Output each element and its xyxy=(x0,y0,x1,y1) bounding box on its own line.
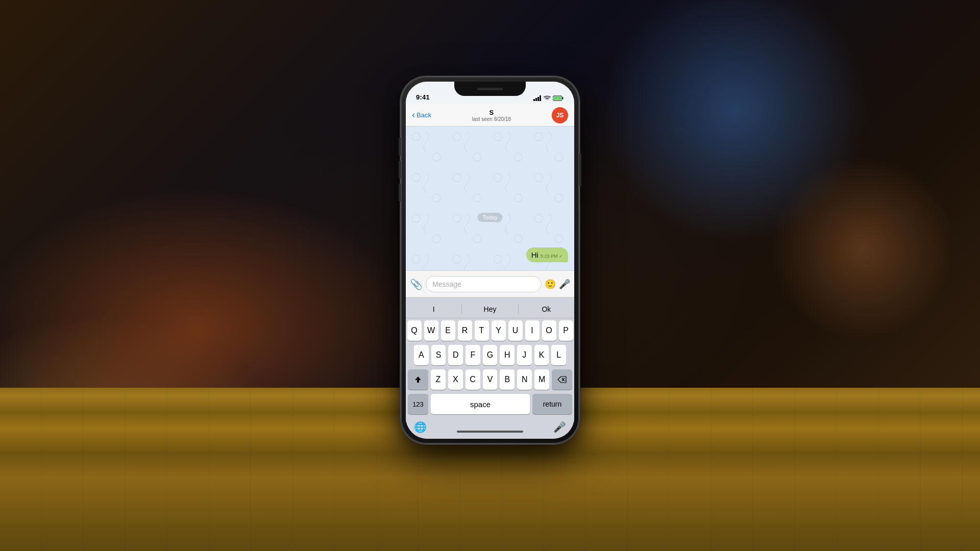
key-j[interactable]: J xyxy=(517,345,532,365)
speaker xyxy=(477,88,503,90)
attach-icon[interactable]: 📎 xyxy=(410,278,423,290)
key-p[interactable]: P xyxy=(559,320,573,341)
message-time-value: 5:23 PM xyxy=(541,254,558,259)
quicktype-i[interactable]: I xyxy=(406,303,461,315)
svg-text:⚡: ⚡ xyxy=(556,97,559,101)
mic-icon[interactable]: 🎤 xyxy=(559,279,570,290)
keyboard-row-1: Q W E R T Y U I O P xyxy=(406,320,574,341)
date-chip: Today xyxy=(477,213,502,222)
quicktype-bar: I Hey Ok xyxy=(406,300,574,318)
keyboard-row-2: A S D F G H J K L xyxy=(406,345,574,365)
home-indicator xyxy=(457,431,523,433)
key-b[interactable]: B xyxy=(500,369,514,390)
chat-area: Today Hi 5:23 PM ✓ xyxy=(406,127,574,270)
keyboard-row-3: Z X C V B N M xyxy=(406,369,574,390)
nav-bar: ‹ Back S last seen 8/20/18 JS xyxy=(406,104,574,127)
phone-screen: 9:41 xyxy=(406,82,574,439)
key-a[interactable]: A xyxy=(414,345,429,365)
keyboard-mic-icon[interactable]: 🎤 xyxy=(553,421,566,433)
key-l[interactable]: L xyxy=(551,345,566,365)
avatar[interactable]: JS xyxy=(552,107,568,123)
svg-rect-5 xyxy=(562,97,564,99)
key-return[interactable]: return xyxy=(532,394,572,414)
key-shift[interactable] xyxy=(408,369,428,390)
phone-mockup: 9:41 xyxy=(401,77,579,444)
key-f[interactable]: F xyxy=(465,345,480,365)
key-e[interactable]: E xyxy=(441,320,455,341)
key-k[interactable]: K xyxy=(534,345,549,365)
input-bar: 📎 Message 🙂 🎤 xyxy=(406,270,574,297)
message-bubble-sent: Hi 5:23 PM ✓ xyxy=(526,247,568,262)
back-chevron-icon: ‹ xyxy=(412,110,415,119)
emoji-icon[interactable]: 🙂 xyxy=(545,279,556,290)
battery-icon: ⚡ xyxy=(553,95,564,101)
last-seen: last seen 8/20/18 xyxy=(472,116,511,122)
contact-name: S xyxy=(489,109,494,116)
signal-icon xyxy=(533,95,542,101)
key-numbers[interactable]: 123 xyxy=(408,394,428,414)
svg-rect-0 xyxy=(533,99,535,101)
message-input[interactable]: Message xyxy=(426,276,542,292)
quicktype-ok[interactable]: Ok xyxy=(519,303,574,315)
status-icons: ⚡ xyxy=(533,95,564,101)
message-status: ✓ xyxy=(559,254,563,259)
keyboard-bottom-bar: 🌐 🎤 xyxy=(406,417,574,437)
key-v[interactable]: V xyxy=(483,369,498,390)
notch xyxy=(454,82,526,96)
keyboard: I Hey Ok Q W E R T Y U I O P xyxy=(406,297,574,439)
key-x[interactable]: X xyxy=(448,369,463,390)
key-y[interactable]: Y xyxy=(492,320,506,341)
backspace-icon xyxy=(557,376,567,383)
message-time: 5:23 PM ✓ xyxy=(541,254,563,259)
key-m[interactable]: M xyxy=(534,369,549,390)
svg-rect-1 xyxy=(535,98,537,101)
iphone-frame: 9:41 xyxy=(401,77,579,444)
contact-info: S last seen 8/20/18 xyxy=(472,109,511,122)
key-w[interactable]: W xyxy=(424,320,438,341)
svg-rect-2 xyxy=(537,97,539,101)
key-r[interactable]: R xyxy=(458,320,472,341)
key-n[interactable]: N xyxy=(517,369,532,390)
shift-icon xyxy=(414,375,422,384)
message-placeholder: Message xyxy=(432,280,461,288)
key-g[interactable]: G xyxy=(483,345,498,365)
key-backspace[interactable] xyxy=(552,369,572,390)
key-q[interactable]: Q xyxy=(407,320,422,341)
status-time: 9:41 xyxy=(416,93,430,101)
key-z[interactable]: Z xyxy=(431,369,446,390)
key-h[interactable]: H xyxy=(500,345,514,365)
svg-rect-3 xyxy=(540,95,541,101)
globe-icon[interactable]: 🌐 xyxy=(414,421,427,433)
message-text: Hi xyxy=(531,251,538,259)
key-t[interactable]: T xyxy=(475,320,489,341)
key-d[interactable]: D xyxy=(448,345,463,365)
wifi-icon xyxy=(544,95,551,101)
key-space[interactable]: space xyxy=(431,394,530,414)
quicktype-hey[interactable]: Hey xyxy=(462,303,518,315)
key-i[interactable]: I xyxy=(525,320,540,341)
key-o[interactable]: O xyxy=(542,320,556,341)
key-u[interactable]: U xyxy=(508,320,523,341)
key-s[interactable]: S xyxy=(431,345,446,365)
key-c[interactable]: C xyxy=(465,369,480,390)
keyboard-row-bottom: 123 space return xyxy=(406,394,574,414)
avatar-initials: JS xyxy=(556,112,564,119)
back-label: Back xyxy=(416,111,431,119)
back-button[interactable]: ‹ Back xyxy=(412,111,431,119)
